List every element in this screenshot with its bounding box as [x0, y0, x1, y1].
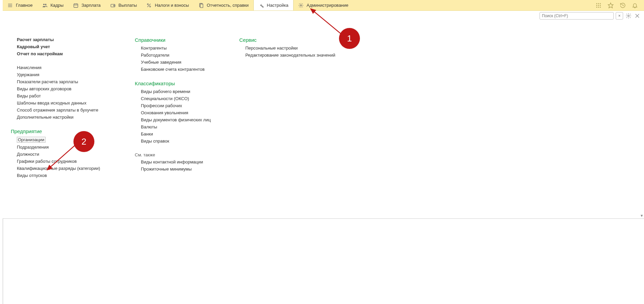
svg-rect-10 — [114, 5, 115, 6]
nav-tab-admin[interactable]: Администрирование — [294, 0, 353, 10]
svg-point-23 — [596, 6, 597, 7]
link-accruals[interactable]: Начисления — [17, 65, 115, 70]
link-settings-report[interactable]: Отчет по настройкам — [17, 51, 115, 56]
link-banks[interactable]: Банки — [141, 131, 219, 136]
gear-icon — [298, 3, 304, 8]
nav-tab-main[interactable]: Главное — [3, 0, 37, 10]
menu-icon — [7, 3, 13, 8]
column-service: Сервис Персональные настройки Редактиров… — [239, 37, 335, 60]
nav-tab-label: Кадры — [51, 3, 64, 8]
settings-subsections-panel: Расчет зарплаты Кадровый учет Отчет по н… — [3, 21, 644, 210]
section-heading-service: Сервис — [239, 37, 335, 43]
link-positions[interactable]: Должности — [17, 152, 115, 157]
svg-rect-15 — [200, 4, 203, 8]
nav-tab-salary[interactable]: Зарплата — [68, 0, 105, 10]
link-salary-calc[interactable]: Расчет зарплаты — [17, 37, 115, 42]
link-contractors[interactable]: Контрагенты — [141, 45, 219, 51]
close-icon[interactable] — [634, 12, 641, 19]
link-personal-settings[interactable]: Персональные настройки — [245, 45, 335, 51]
left-border — [3, 218, 3, 304]
link-worker-professions[interactable]: Профессии рабочих — [141, 103, 219, 108]
link-work-types[interactable]: Виды работ — [17, 93, 115, 98]
calendar-icon — [73, 3, 79, 8]
svg-point-27 — [628, 15, 630, 17]
panel-divider — [3, 218, 644, 219]
svg-rect-5 — [74, 4, 78, 7]
svg-point-16 — [300, 5, 302, 6]
top-navigation: Главное Кадры Зарплата Выплаты Налоги и … — [3, 0, 644, 11]
svg-marker-26 — [608, 3, 613, 8]
history-icon[interactable] — [620, 2, 626, 8]
apps-icon[interactable] — [595, 2, 602, 8]
link-employers[interactable]: Работодатели — [141, 53, 219, 58]
nav-tab-label: Главное — [16, 3, 33, 8]
column-catalogs: Справочники Контрагенты Работодатели Уче… — [135, 37, 219, 174]
nav-tab-hr[interactable]: Кадры — [37, 0, 68, 10]
percent-icon — [146, 3, 152, 8]
annotation-marker-1: 1 — [339, 28, 360, 49]
svg-point-13 — [150, 6, 151, 7]
topbar-right-actions — [595, 0, 644, 10]
svg-point-19 — [600, 3, 601, 4]
link-dismissal-reasons[interactable]: Основания увольнения — [141, 110, 219, 115]
search-clear-button[interactable]: × — [616, 12, 623, 20]
document-icon — [198, 3, 204, 8]
svg-point-3 — [43, 4, 44, 5]
search-input[interactable] — [540, 12, 614, 20]
nav-tab-label: Выплаты — [119, 3, 137, 8]
link-leave-types[interactable]: Виды отпусков — [17, 173, 115, 178]
link-salary-reflection[interactable]: Способ отражения зарплаты в бухучете — [17, 108, 115, 113]
link-subdivisions[interactable]: Подразделения — [17, 145, 115, 150]
link-schools[interactable]: Учебные заведения — [141, 60, 219, 65]
annotation-marker-2: 2 — [73, 131, 94, 152]
svg-rect-9 — [111, 4, 115, 7]
nav-tab-reports[interactable]: Отчетность, справки — [194, 0, 253, 10]
svg-point-17 — [596, 3, 597, 4]
link-working-time-types[interactable]: Виды рабочего времени — [141, 89, 219, 94]
link-organizations[interactable]: Организации — [17, 137, 45, 143]
link-specialties-okso[interactable]: Специальности (ОКСО) — [141, 96, 219, 101]
nav-tab-settings[interactable]: Настройка — [253, 0, 294, 10]
svg-point-25 — [600, 6, 601, 7]
nav-tab-label: Настройка — [267, 3, 288, 8]
nav-tab-payments[interactable]: Выплаты — [105, 0, 142, 10]
svg-point-12 — [147, 4, 148, 5]
wallet-icon — [110, 3, 116, 8]
nav-tab-label: Налоги и взносы — [155, 3, 189, 8]
link-work-schedules[interactable]: Графики работы сотрудников — [17, 159, 115, 164]
svg-point-21 — [598, 5, 599, 6]
svg-point-22 — [600, 5, 601, 6]
star-icon[interactable] — [608, 2, 614, 8]
svg-point-18 — [598, 3, 599, 4]
nav-tab-label: Администрирование — [307, 3, 348, 8]
bell-icon[interactable] — [632, 2, 638, 8]
link-contractor-bank-accounts[interactable]: Банковские счета контрагентов — [141, 67, 219, 72]
link-person-document-types[interactable]: Виды документов физических лиц — [141, 117, 219, 122]
nav-tab-taxes[interactable]: Налоги и взносы — [142, 0, 193, 10]
svg-point-20 — [596, 5, 597, 6]
link-living-wages[interactable]: Прожиточные минимумы — [141, 166, 219, 172]
section-heading-see-also: См. также — [135, 152, 219, 157]
link-input-templates[interactable]: Шаблоны ввода исходных данных — [17, 100, 115, 105]
panel-toolbar: × — [3, 11, 644, 21]
nav-tab-label: Отчетность, справки — [207, 3, 249, 8]
link-hr-records[interactable]: Кадровый учет — [17, 44, 115, 49]
link-additional-settings[interactable]: Дополнительные настройки — [17, 115, 115, 120]
link-author-contract-types[interactable]: Виды авторских договоров — [17, 86, 115, 91]
section-heading-catalogs: Справочники — [135, 37, 219, 43]
link-reference-types[interactable]: Виды справок — [141, 139, 219, 144]
link-currencies[interactable]: Валюты — [141, 124, 219, 129]
panel-settings-gear-icon[interactable] — [625, 12, 632, 19]
link-contact-info-types[interactable]: Виды контактной информации — [141, 159, 219, 164]
nav-tab-label: Зарплата — [82, 3, 101, 8]
people-icon — [42, 3, 48, 8]
link-qualification-ranks[interactable]: Квалификационные разряды (категории) — [17, 166, 115, 171]
svg-point-24 — [598, 6, 599, 7]
svg-line-11 — [148, 4, 151, 7]
link-salary-indicators[interactable]: Показатели расчета зарплаты — [17, 79, 115, 84]
link-deductions[interactable]: Удержания — [17, 72, 115, 77]
scroll-caret-down-icon[interactable]: ▾ — [639, 213, 644, 218]
link-edit-legislative-values[interactable]: Редактирование законодательных значений — [245, 53, 335, 58]
section-heading-enterprise: Предприятие — [11, 128, 115, 134]
column-general: Расчет зарплаты Кадровый учет Отчет по н… — [17, 37, 115, 180]
